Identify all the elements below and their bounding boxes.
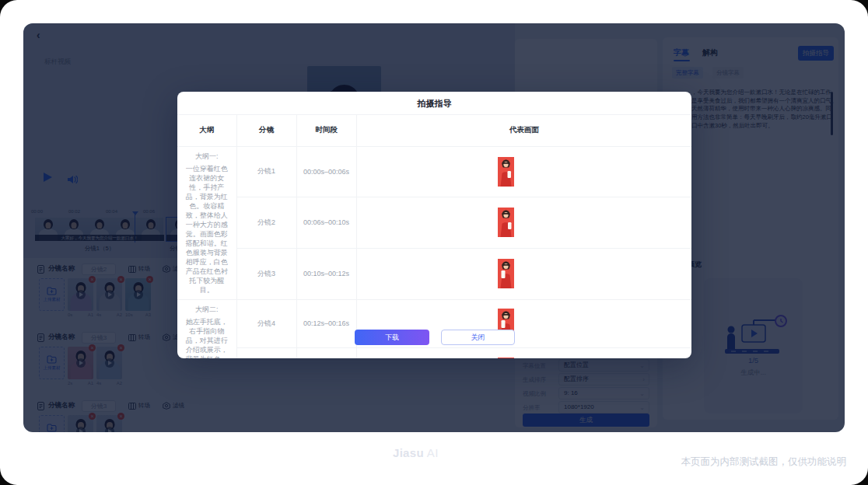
form-label: 字幕位置 xyxy=(523,362,546,370)
play-badge-icon xyxy=(134,290,143,299)
shot-name-input[interactable]: 分镜2 xyxy=(82,263,116,275)
frame-thumbnail-image xyxy=(498,358,514,358)
filter-icon xyxy=(163,265,170,273)
play-badge-icon xyxy=(76,290,86,299)
table-row: 分镜5 00:16s–00:20s xyxy=(177,348,691,359)
time-cell: 00:06s–00:10s xyxy=(296,197,356,249)
pill-full-subtitle[interactable]: 完整字幕 xyxy=(672,67,703,79)
shot-cell: 分镜4 xyxy=(236,299,296,348)
clip-caption: 10sA3 xyxy=(125,312,151,317)
segment-1-label: 分镜1（5） xyxy=(35,245,164,253)
timeline-caption-1: 大家好，今天我要为您介绍一款漱口水！ xyxy=(35,235,164,241)
play-button[interactable] xyxy=(44,173,52,182)
form-row-resolution: 分辨率 1080*1920⌄ xyxy=(523,401,649,413)
generate-button[interactable]: 生成 xyxy=(523,413,649,427)
play-badge-icon xyxy=(105,290,114,299)
shot-cell: 分镜5 xyxy=(236,348,296,359)
clip-caption: 0sA1 xyxy=(68,312,93,317)
upload-material-card[interactable]: 上传素材 xyxy=(39,347,65,379)
timeline-tick: 00:06 xyxy=(143,209,155,214)
subtitle-position-select[interactable]: 配置位置⌄ xyxy=(558,359,649,372)
chevron-right-icon: › xyxy=(642,375,645,386)
form-label: 生成排序 xyxy=(523,376,546,384)
outline-1-text: 一位穿着红色连衣裙的女性，手持产品，背景为红色。妆容精致，整体给人一种大方的感觉… xyxy=(184,164,230,295)
shooting-guide-table: 大纲 分镜 时间段 代表画面 大纲一: 一位穿着红色连衣裙的女性，手持产品，背景… xyxy=(177,115,691,358)
frame-thumbnail-image xyxy=(498,259,514,288)
play-badge-icon xyxy=(105,358,114,368)
delete-icon[interactable]: × xyxy=(117,344,124,351)
download-button[interactable]: 下载 xyxy=(355,330,429,345)
pill-shot-subtitle[interactable]: 分镜字幕 xyxy=(712,67,744,79)
close-button[interactable]: 关闭 xyxy=(441,330,515,345)
frame-cell xyxy=(356,146,691,197)
back-icon[interactable]: ‹ xyxy=(37,29,40,41)
subtitle-text: ，今天我要为您介绍一款漱口水！无论是在忙碌的工作 是享受美食过后，我们都希望拥有… xyxy=(691,89,836,131)
outline-2-cell: 大纲二: 她左手托底，右手指向物品，对其进行介绍或展示，背景为红色，整体画面洋溢… xyxy=(177,299,236,358)
timeline-tick: 00:00 xyxy=(31,209,43,214)
resolution-select[interactable]: 1080*1920⌄ xyxy=(558,401,649,413)
frame-cell xyxy=(356,348,691,359)
tab-deconstruct[interactable]: 解构 xyxy=(702,47,718,58)
outline-1-title: 大纲一: xyxy=(184,152,230,161)
shot-cell: 分镜3 xyxy=(236,248,296,299)
modal-title: 拍摄指导 xyxy=(177,92,691,115)
timeline-tick: 00:04 xyxy=(106,209,117,214)
shooting-guide-modal: 拍摄指导 大纲 分镜 时间段 代表画面 大纲一: 一位穿着红色连衣裙的女性，手持… xyxy=(177,92,691,358)
scrollbar[interactable] xyxy=(831,92,833,135)
clip-thumbnail[interactable]: × xyxy=(96,278,122,311)
document-icon xyxy=(37,333,44,342)
clip-thumbnail[interactable]: × xyxy=(125,278,151,311)
form-row-generation-order: 生成排序 配置排序› xyxy=(523,373,649,386)
chevron-down-icon: ⌄ xyxy=(639,403,645,413)
delete-icon[interactable]: × xyxy=(89,344,96,351)
timeline-segment-1[interactable]: 大家好，今天我要为您介绍一款漱口水！ xyxy=(35,218,164,241)
filter-button[interactable]: 滤镜 xyxy=(163,402,184,410)
generating-status: 生成中... xyxy=(704,368,803,378)
form-label: 分辨率 xyxy=(523,404,541,412)
chevron-down-icon: ⌄ xyxy=(639,389,645,400)
delete-icon[interactable]: × xyxy=(117,276,124,283)
column-header-time: 时间段 xyxy=(296,115,356,146)
table-row: 大纲一: 一位穿着红色连衣裙的女性，手持产品，背景为红色。妆容精致，整体给人一种… xyxy=(177,146,691,197)
clip-thumbnail[interactable]: × xyxy=(96,415,122,432)
clip-thumbnail[interactable]: × xyxy=(68,278,93,311)
time-cell: 00:00s–00:06s xyxy=(296,146,356,197)
outline-1-cell: 大纲一: 一位穿着红色连衣裙的女性，手持产品，背景为红色。妆容精致，整体给人一种… xyxy=(177,146,236,299)
shooting-guide-button[interactable]: 拍摄指导 xyxy=(798,46,834,61)
clip-caption: 2sA1 xyxy=(68,381,93,386)
timeline-tick: 00:02 xyxy=(68,209,80,214)
transition-button[interactable]: 转场 xyxy=(128,265,150,273)
active-tab-underline xyxy=(674,60,690,61)
time-cell: 00:16s–00:20s xyxy=(296,348,356,359)
delete-icon[interactable]: × xyxy=(89,413,96,420)
document-icon xyxy=(37,402,44,410)
clip-caption: 4sA2 xyxy=(96,381,122,386)
shot-name-input[interactable]: 分镜3 xyxy=(82,400,116,412)
shot-name-input[interactable]: 分镜3 xyxy=(82,332,116,344)
upload-material-card[interactable]: 上传素材 xyxy=(39,278,65,311)
frame-thumbnail-image xyxy=(498,157,514,187)
transition-icon xyxy=(128,266,136,273)
clip-thumbnail[interactable]: × xyxy=(68,415,93,432)
delete-icon[interactable]: × xyxy=(146,276,153,283)
tab-subtitle[interactable]: 字幕 xyxy=(674,47,689,58)
clip-thumbnail[interactable]: × xyxy=(96,347,122,379)
shot-cell: 分镜2 xyxy=(236,197,296,249)
chevron-down-icon: ⌄ xyxy=(639,361,645,372)
generating-illustration xyxy=(716,311,790,358)
volume-icon[interactable] xyxy=(68,173,78,187)
aspect-ratio-select[interactable]: 9: 16⌄ xyxy=(558,387,649,400)
table-row: 大纲二: 她左手托底，右手指向物品，对其进行介绍或展示，背景为红色，整体画面洋溢… xyxy=(177,299,691,348)
playhead-handle[interactable] xyxy=(132,211,138,215)
page-card: ‹ 标杆视频 00:00 00:02 00:04 00:06 xyxy=(0,0,868,485)
generation-order-select[interactable]: 配置排序› xyxy=(558,373,649,386)
transition-button[interactable]: 转场 xyxy=(128,402,150,410)
folder-plus-icon xyxy=(47,287,57,295)
video-title: 标杆视频 xyxy=(44,58,71,67)
upload-material-card[interactable]: 上传素材 xyxy=(39,415,65,432)
shot-name-label: 分镜名称 xyxy=(48,333,75,342)
delete-icon[interactable]: × xyxy=(117,413,124,420)
transition-button[interactable]: 转场 xyxy=(128,333,150,341)
clip-thumbnail[interactable]: × xyxy=(68,347,93,379)
delete-icon[interactable]: × xyxy=(89,276,96,283)
